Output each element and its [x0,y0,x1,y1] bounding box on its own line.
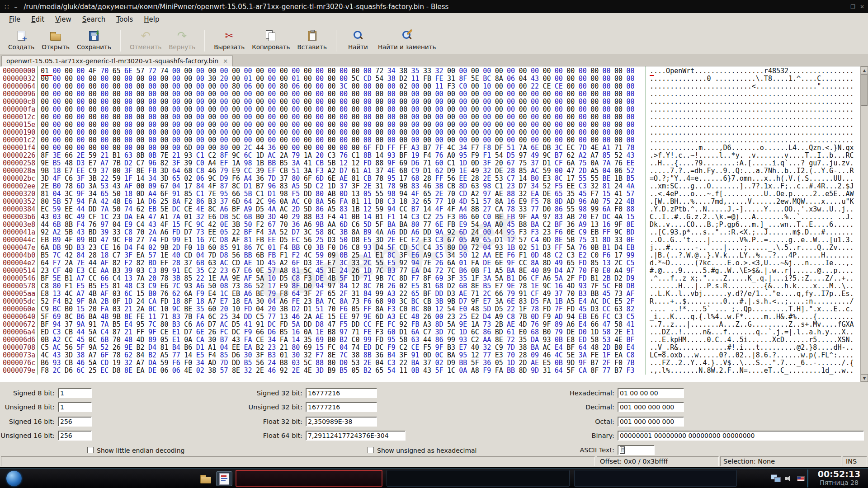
hex-byte[interactable]: 00 [579,113,590,121]
hex-byte[interactable]: 34 [531,183,542,190]
hex-byte[interactable]: 06 [160,367,172,375]
hex-byte[interactable]: 00 [220,129,232,136]
hex-byte[interactable]: A6 [244,290,255,298]
hex-byte[interactable]: 8C [232,183,244,190]
hex-byte[interactable]: 00 [471,129,483,136]
hex-byte[interactable]: 00 [351,113,363,121]
hex-byte[interactable]: 00 [519,136,531,144]
hex-byte[interactable]: 53 [495,175,507,183]
hex-byte[interactable]: 1F [603,352,614,359]
hex-byte[interactable]: 7D [579,144,590,152]
hex-byte[interactable]: F0 [590,267,602,275]
hex-byte[interactable]: 17 [268,282,279,290]
hex-byte[interactable]: 00 [100,121,112,129]
hex-byte[interactable]: 71 [471,290,483,298]
hex-byte[interactable]: CB [65,359,76,367]
menu-item-view[interactable]: View [50,14,77,25]
hex-byte[interactable]: 58 [399,336,411,344]
hex-byte[interactable]: 28 [89,252,100,259]
hex-byte[interactable]: E7 [328,259,340,267]
hex-byte[interactable]: BE [184,305,196,313]
hex-byte[interactable]: 44 [76,328,88,336]
hex-byte[interactable]: 00 [483,136,495,144]
hex-byte[interactable]: 00 [555,121,566,129]
conv-unsigned-8-bit--value[interactable]: 1 [58,402,92,412]
hex-byte[interactable]: 00 [471,121,483,129]
taskbar-clock[interactable]: 00:52:13 Пятница 28 [811,469,867,486]
hex-byte[interactable]: 9B [447,298,459,305]
hex-byte[interactable]: AC [52,344,64,352]
hex-byte[interactable]: FA [196,313,208,321]
hex-byte[interactable]: 48 [590,344,602,352]
hex-byte[interactable]: 9F [387,160,399,167]
hex-byte[interactable]: 00 [124,98,136,106]
hex-byte[interactable]: 43 [531,75,542,83]
hex-byte[interactable]: 00 [375,83,387,90]
hex-byte[interactable]: CA [579,367,590,375]
hex-byte[interactable]: 00 [387,136,399,144]
hex-byte[interactable]: 02 [435,359,447,367]
hex-byte[interactable]: 00 [626,136,638,144]
hex-byte[interactable]: 36 [566,221,578,229]
hex-byte[interactable]: F7 [590,190,602,198]
hex-byte[interactable]: 93 [579,282,590,290]
hex-byte[interactable]: 3F [304,290,316,298]
hex-byte[interactable]: 94 [76,198,88,206]
hex-byte[interactable]: 23 [41,267,52,275]
hex-byte[interactable]: E2 [579,252,590,259]
hex-byte[interactable]: 00 [65,113,76,121]
hex-byte[interactable]: D9 [447,359,459,367]
hex-byte[interactable]: 88 [626,206,638,213]
hex-byte[interactable]: 00 [590,67,602,75]
hex-byte[interactable]: A0 [495,221,507,229]
hex-byte[interactable]: 00 [137,121,148,129]
hex-byte[interactable]: FA [244,336,255,344]
hex-byte[interactable]: 00 [52,98,64,106]
hex-byte[interactable]: B7 [256,183,268,190]
hex-byte[interactable]: 59 [113,175,124,183]
hex-byte[interactable]: 00 [76,136,88,144]
hex-byte[interactable]: 20 [268,305,279,313]
hex-byte[interactable]: 00 [351,136,363,144]
hex-byte[interactable]: 04 [603,167,614,175]
hex-byte[interactable]: 00 [459,98,471,106]
hex-byte[interactable]: 45 [579,190,590,198]
hex-byte[interactable]: 15 [626,213,638,221]
hex-byte[interactable]: 00 [387,121,399,129]
hex-byte[interactable]: 00 [160,129,172,136]
hex-byte[interactable]: CA [495,206,507,213]
hex-byte[interactable]: 00 [137,129,148,136]
hex-row[interactable]: 52F4B29F8A2B0F1D24CAFD188F18A7E718EA3004… [41,298,638,305]
hex-byte[interactable]: D5 [507,152,519,160]
minimize-button[interactable]: – [843,4,846,10]
hex-byte[interactable]: 47 [100,236,112,244]
hex-byte[interactable]: 00 [208,121,220,129]
hex-byte[interactable]: 9C [113,236,124,244]
hex-byte[interactable]: 00 [184,121,196,129]
hex-byte[interactable]: 05 [351,305,363,313]
hex-byte[interactable]: 54 [387,367,399,375]
hex-byte[interactable]: B1 [113,152,124,160]
hex-byte[interactable]: 93 [542,336,554,344]
hex-byte[interactable]: FD [375,144,387,152]
hex-byte[interactable]: 78 [113,352,124,359]
hex-byte[interactable]: FF [435,175,447,183]
hex-byte[interactable]: CD [459,190,471,198]
hex-byte[interactable]: 79 [268,290,279,298]
hex-byte[interactable]: 00 [196,90,208,98]
hex-byte[interactable]: 28 [507,167,519,175]
hex-byte[interactable]: 4D [519,321,531,328]
hex-byte[interactable]: 52 [542,183,554,190]
hex-byte[interactable]: CB [447,183,459,190]
hex-byte[interactable]: 0B [471,267,483,275]
hex-byte[interactable]: 00 [304,129,316,136]
hex-byte[interactable]: 45 [316,267,327,275]
hex-byte[interactable]: 57 [519,236,531,244]
hex-byte[interactable]: 14 [137,175,148,183]
hex-byte[interactable]: FE [363,328,375,336]
hex-byte[interactable]: E3 [495,352,507,359]
hex-byte[interactable]: 77 [268,313,279,321]
hex-byte[interactable]: D8 [316,321,327,328]
hex-byte[interactable]: 22 [196,275,208,282]
hex-byte[interactable]: 05 [160,336,172,344]
